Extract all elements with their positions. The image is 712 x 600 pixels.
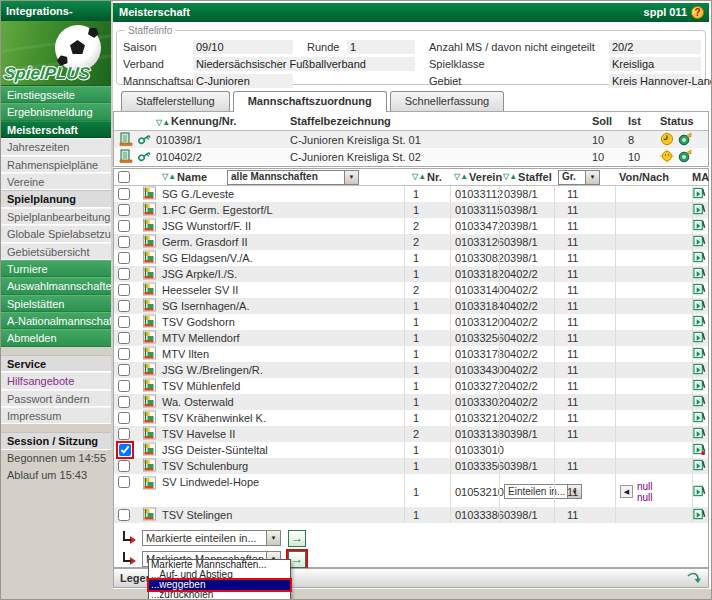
sidebar-item-auswahlmannschaften[interactable]: Auswahlmannschaften (1, 277, 111, 294)
expand-legende-icon[interactable] (686, 571, 702, 590)
team-icon[interactable] (142, 186, 157, 202)
ma-icon[interactable] (693, 250, 706, 266)
ma-icon[interactable] (693, 507, 706, 523)
ma-icon[interactable] (693, 484, 706, 500)
team-icon[interactable] (142, 476, 157, 492)
team-icon[interactable] (142, 378, 157, 394)
row-checkbox[interactable] (118, 236, 130, 248)
row-checkbox[interactable] (118, 364, 130, 376)
sidebar-item-rahmenspielpläne[interactable]: Rahmenspielpläne (1, 156, 111, 173)
ma-icon[interactable] (693, 186, 706, 202)
menu-item-auf-und-abstieg[interactable]: ...Auf- und Abstieg (149, 570, 290, 580)
team-icon[interactable] (142, 426, 157, 442)
team-icon[interactable] (142, 202, 157, 218)
row-checkbox[interactable] (118, 316, 130, 328)
ma-alert-icon[interactable] (693, 442, 706, 458)
row-checkbox[interactable] (118, 460, 130, 472)
ma-icon[interactable] (693, 410, 706, 426)
tab-staffelerstellung[interactable]: Staffelerstellung (121, 91, 230, 111)
einteilen-go-button[interactable]: → (288, 530, 306, 547)
row-checkbox[interactable] (118, 412, 130, 424)
sidebar-item-vereine[interactable]: Vereine (1, 173, 111, 190)
row-checkbox[interactable] (118, 204, 130, 216)
row-checkbox[interactable] (118, 396, 130, 408)
ma-icon[interactable] (693, 346, 706, 362)
row-checkbox[interactable] (118, 332, 130, 344)
team-icon[interactable] (142, 266, 157, 282)
team-icon[interactable] (142, 298, 157, 314)
team-icon[interactable] (142, 442, 157, 458)
team-icon[interactable] (142, 394, 157, 410)
ma-icon[interactable] (693, 266, 706, 282)
sidebar-item-meisterschaft[interactable]: Meisterschaft (1, 121, 111, 138)
sort-icon[interactable]: ▽▲ (503, 173, 517, 181)
ma-icon[interactable] (693, 394, 706, 410)
sidebar-item-abmelden[interactable]: Abmelden (1, 329, 111, 346)
vonnach-back-button[interactable]: ◀ (620, 485, 633, 498)
row-checkbox[interactable] (118, 188, 130, 200)
tab-schnellerfassung[interactable]: Schnellerfassung (390, 91, 504, 111)
sidebar-item-jahreszeiten[interactable]: Jahreszeiten (1, 138, 111, 155)
sort-icon[interactable]: ▽▲ (156, 119, 170, 127)
ma-icon[interactable] (693, 314, 706, 330)
row-checkbox[interactable] (118, 509, 130, 521)
team-icon[interactable] (142, 330, 157, 346)
team-icon[interactable] (142, 250, 157, 266)
sidebar-item-a-nationalmannschaft[interactable]: A-Nationalmannschaft (1, 312, 111, 329)
row-checkbox[interactable] (118, 284, 130, 296)
team-icon[interactable] (142, 362, 157, 378)
ma-icon[interactable] (693, 426, 706, 442)
sidebar-item-spielstätten[interactable]: Spielstätten (1, 295, 111, 312)
door-icon[interactable] (118, 132, 134, 148)
team-icon[interactable] (142, 234, 157, 250)
sidebar-item-spielplanbearbeitung[interactable]: Spielplanbearbeitung (1, 208, 111, 225)
team-icon[interactable] (142, 458, 157, 474)
row-checkbox[interactable] (118, 252, 130, 264)
row-checkbox[interactable] (118, 380, 130, 392)
sidebar-item-turniere[interactable]: Turniere (1, 260, 111, 277)
ma-icon[interactable] (693, 202, 706, 218)
team-icon[interactable] (142, 346, 157, 362)
markierte-einteilen-select[interactable]: Markierte einteilen in...▼ (142, 530, 281, 546)
sort-icon[interactable]: ▽▲ (162, 173, 176, 181)
sort-icon[interactable]: ▽▲ (412, 173, 426, 181)
gr-filter-select[interactable]: Gr.▼ (558, 170, 600, 185)
menu-item-weggeben[interactable]: ...weggeben (149, 580, 290, 590)
ma-icon[interactable] (693, 378, 706, 394)
menu-item-zurückholen[interactable]: ...zurückholen (149, 590, 290, 600)
ma-icon[interactable] (693, 298, 706, 314)
sidebar-item-impressum[interactable]: Impressum (1, 407, 111, 424)
row-checkbox[interactable] (118, 300, 130, 312)
sidebar-item-ergebnismeldung[interactable]: Ergebnismeldung (1, 103, 111, 120)
team-icon[interactable] (142, 314, 157, 330)
dropdown-arrow-icon[interactable]: ▼ (585, 171, 599, 184)
team-icon[interactable] (142, 218, 157, 234)
tab-mannschaftszuordnung[interactable]: Mannschaftszuordnung (233, 91, 387, 112)
row-checkbox[interactable] (118, 220, 130, 232)
team-icon[interactable] (142, 410, 157, 426)
sidebar-item-globale-spielabsetzung[interactable]: Globale Spielabsetzung (1, 225, 111, 242)
door-icon[interactable] (118, 149, 134, 165)
row-checkbox[interactable] (118, 268, 130, 280)
ma-icon[interactable] (693, 458, 706, 474)
help-icon[interactable]: ? (691, 6, 704, 19)
row-checkbox[interactable] (119, 444, 131, 456)
sidebar-item-gebietsübersicht[interactable]: Gebietsübersicht (1, 243, 111, 260)
team-icon[interactable] (142, 282, 157, 298)
menu-item-markierte-mannschaften[interactable]: Markierte Mannschaften... (149, 560, 290, 570)
row-checkbox[interactable] (118, 348, 130, 360)
team-icon[interactable] (142, 507, 157, 523)
ma-icon[interactable] (693, 218, 706, 234)
dropdown-arrow-icon[interactable]: ▼ (344, 171, 358, 184)
select-all-checkbox[interactable] (118, 171, 130, 183)
row-checkbox[interactable] (118, 476, 130, 488)
ma-icon[interactable] (693, 234, 706, 250)
key-icon[interactable] (137, 149, 151, 165)
ma-icon[interactable] (693, 330, 706, 346)
ma-icon[interactable] (693, 282, 706, 298)
sort-icon[interactable]: ▽▲ (454, 173, 468, 181)
sidebar-item-einstiegsseite[interactable]: Einstiegsseite (1, 86, 111, 103)
sidebar-item-hilfsangebote[interactable]: Hilfsangebote (1, 372, 111, 389)
dropdown-arrow-icon[interactable]: ▼ (266, 531, 280, 545)
sidebar-item-passwort-ändern[interactable]: Passwort ändern (1, 390, 111, 407)
